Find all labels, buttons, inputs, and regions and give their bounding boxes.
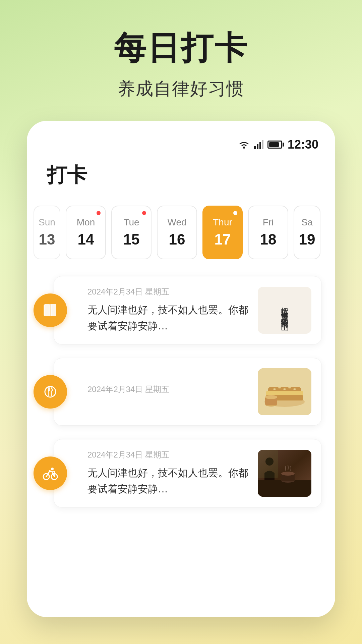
card-icon-cycling[interactable]: [34, 457, 67, 490]
app-header: 打卡: [27, 155, 335, 199]
status-icons: [238, 140, 282, 149]
day-dot-tue: [142, 211, 146, 215]
svg-rect-6: [51, 304, 56, 316]
calendar-day-wed[interactable]: Wed 16: [157, 206, 197, 259]
status-time: 12:30: [288, 138, 318, 152]
day-name-tue: Tue: [123, 217, 139, 228]
day-number-tue: 15: [123, 231, 140, 248]
day-number-thur: 17: [215, 231, 231, 248]
svg-rect-3: [259, 142, 261, 149]
card-image-3: [258, 450, 311, 497]
card-image-2: [258, 368, 311, 415]
card-content-3: 2024年2月34日 星期五 无人问津也好，技不如人也罢。你都要试着安静安静…: [87, 449, 251, 497]
card-content-1: 2024年2月34日 星期五 无人问津也好，技不如人也罢。你都要试着安静安静…: [87, 286, 251, 334]
svg-rect-2: [257, 144, 258, 149]
battery-container: [267, 141, 282, 149]
day-number-fri: 18: [260, 231, 277, 248]
book-icon: [42, 302, 59, 319]
card-wrapper-3[interactable]: 2024年2月34日 星期五 无人问津也好，技不如人也罢。你都要试着安静安静…: [40, 439, 322, 507]
card-date-3: 2024年2月34日 星期五: [87, 449, 251, 460]
battery-icon: [267, 141, 282, 149]
cards-container: 2024年2月34日 星期五 无人问津也好，技不如人也罢。你都要试着安静安静… …: [27, 266, 335, 518]
day-dot-mon: [97, 211, 101, 215]
svg-point-9: [45, 386, 56, 397]
day-dot-thur: [233, 211, 237, 215]
cafe-visual: [258, 450, 311, 497]
calendar-day-thur[interactable]: Thur 17: [202, 206, 243, 259]
hero-subtitle: 养成自律好习惯: [118, 77, 244, 101]
calendar-day-sat[interactable]: Sa 19: [294, 206, 320, 259]
calendar-strip[interactable]: Sun 13 Mon 14 Tue 15 Wed 16 Thur 17 Fri: [27, 199, 335, 266]
day-number-mon: 14: [78, 231, 94, 248]
day-number-sun: 13: [39, 231, 55, 248]
card-2[interactable]: 2024年2月34日 星期五: [54, 358, 322, 426]
day-name-sun: Sun: [39, 217, 55, 228]
card-3[interactable]: 2024年2月34日 星期五 无人问津也好，技不如人也罢。你都要试着安静安静…: [54, 439, 322, 507]
day-name-fri: Fri: [263, 217, 274, 228]
svg-rect-8: [44, 305, 45, 316]
svg-point-20: [283, 388, 286, 390]
calendar-day-fri[interactable]: Fri 18: [248, 206, 288, 259]
card-1[interactable]: 2024年2月34日 星期五 无人问津也好，技不如人也罢。你都要试着安静安静… …: [54, 276, 322, 344]
calendar-day-sun[interactable]: Sun 13: [34, 206, 60, 259]
card-icon-book[interactable]: [34, 293, 67, 327]
day-number-sat: 19: [299, 231, 315, 248]
svg-rect-39: [258, 450, 278, 478]
status-bar: 12:30: [27, 134, 335, 155]
card-date-1: 2024年2月34日 星期五: [87, 286, 251, 297]
food-visual: [258, 368, 311, 415]
card-content-2: 2024年2月34日 星期五: [87, 384, 251, 399]
cycling-icon: [42, 465, 59, 482]
calendar-day-tue[interactable]: Tue 15: [111, 206, 152, 259]
day-name-wed: Wed: [167, 217, 186, 228]
svg-rect-4: [262, 140, 263, 149]
calligraphy-text: 把英雄说与天下代荣闯书草山: [280, 302, 290, 319]
svg-point-19: [278, 387, 281, 388]
calendar-day-mon[interactable]: Mon 14: [66, 206, 106, 259]
svg-point-25: [265, 395, 277, 399]
svg-rect-1: [254, 146, 256, 149]
phone-mockup: 12:30 打卡 Sun 13 Mon 14 Tue 15 Wed 16: [27, 121, 335, 617]
food-icon: [42, 383, 59, 400]
day-name-thur: Thur: [213, 217, 232, 228]
svg-rect-7: [49, 304, 52, 316]
svg-rect-5: [44, 304, 50, 316]
svg-point-18: [273, 388, 276, 390]
hero-title: 每日打卡: [114, 27, 248, 70]
svg-point-31: [51, 468, 54, 470]
day-name-mon: Mon: [77, 217, 95, 228]
day-number-wed: 16: [169, 231, 185, 248]
card-text-3: 无人问津也好，技不如人也罢。你都要试着安静安静…: [87, 465, 251, 497]
svg-point-0: [243, 147, 245, 149]
wifi-icon: [238, 140, 250, 149]
svg-rect-34: [258, 480, 311, 497]
card-wrapper-2[interactable]: 2024年2月34日 星期五: [40, 358, 322, 426]
signal-icon: [254, 140, 263, 149]
battery-fill: [269, 142, 279, 147]
card-icon-food[interactable]: [34, 375, 67, 409]
card-image-1: 把英雄说与天下代荣闯书草山: [258, 287, 311, 334]
day-name-sat: Sa: [301, 217, 313, 228]
svg-point-22: [293, 388, 296, 390]
svg-point-37: [281, 472, 295, 476]
svg-point-21: [288, 387, 291, 388]
card-date-2: 2024年2月34日 星期五: [87, 384, 251, 395]
card-wrapper-1[interactable]: 2024年2月34日 星期五 无人问津也好，技不如人也罢。你都要试着安静安静… …: [40, 276, 322, 344]
card-text-1: 无人问津也好，技不如人也罢。你都要试着安静安静…: [87, 302, 251, 334]
app-title: 打卡: [47, 162, 315, 189]
